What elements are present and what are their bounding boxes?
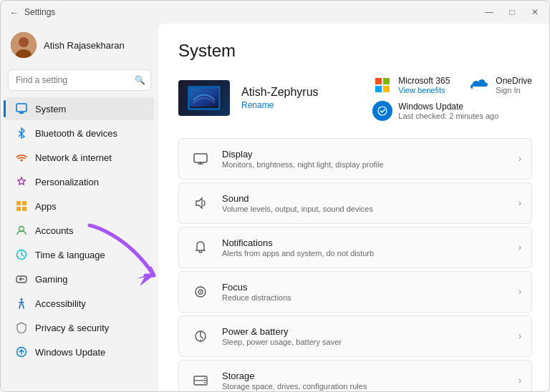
focus-icon bbox=[189, 280, 212, 303]
svg-rect-6 bbox=[16, 201, 21, 205]
title-bar: ← Settings — □ ✕ bbox=[1, 1, 549, 24]
search-icon: 🔍 bbox=[135, 75, 145, 85]
device-name: Atish-Zephyrus bbox=[241, 86, 319, 99]
system-icon bbox=[15, 102, 28, 115]
svg-rect-16 bbox=[186, 86, 222, 110]
svg-point-14 bbox=[21, 298, 23, 300]
device-info: Atish-Zephyrus Rename bbox=[178, 80, 319, 116]
windows-update-link[interactable]: Windows Update Last checked: 2 minutes a… bbox=[372, 101, 532, 121]
sidebar-item-privacy[interactable]: Privacy & security bbox=[5, 316, 154, 339]
onedrive-sub: Sign In bbox=[496, 86, 532, 94]
profile-name: Atish Rajasekharan bbox=[44, 40, 125, 51]
content-area: Atish Rajasekharan 🔍 System Bluetooth & … bbox=[1, 24, 549, 391]
sidebar-item-gaming[interactable]: Gaming bbox=[5, 268, 154, 290]
windows-update-text: Windows Update Last checked: 2 minutes a… bbox=[398, 102, 498, 120]
power-text: Power & battery Sleep, power usage, batt… bbox=[222, 326, 508, 346]
device-thumbnail bbox=[178, 80, 230, 116]
sidebar-item-personalization[interactable]: Personalization bbox=[5, 170, 154, 193]
sidebar-item-gaming-label: Gaming bbox=[35, 274, 68, 285]
storage-title: Storage bbox=[222, 371, 508, 381]
storage-text: Storage Storage space, drives, configura… bbox=[222, 371, 508, 391]
avatar bbox=[11, 32, 37, 58]
page-title: System bbox=[178, 41, 532, 61]
notifications-title: Notifications bbox=[222, 237, 508, 248]
title-bar-left: ← Settings bbox=[9, 7, 55, 18]
svg-rect-22 bbox=[383, 86, 390, 92]
svg-point-13 bbox=[23, 278, 24, 280]
settings-item-display[interactable]: Display Monitors, brightness, night ligh… bbox=[178, 138, 532, 180]
settings-item-storage[interactable]: Storage Storage space, drives, configura… bbox=[178, 360, 532, 391]
focus-chevron: › bbox=[518, 287, 521, 297]
privacy-icon bbox=[15, 321, 28, 334]
display-icon bbox=[189, 147, 212, 170]
settings-item-notifications[interactable]: Notifications Alerts from apps and syste… bbox=[178, 227, 532, 268]
sound-title: Sound bbox=[222, 193, 508, 204]
onedrive-text: OneDrive Sign In bbox=[496, 76, 532, 94]
rename-link[interactable]: Rename bbox=[241, 100, 319, 110]
search-input[interactable] bbox=[8, 69, 151, 91]
svg-point-27 bbox=[200, 291, 201, 293]
accounts-icon bbox=[15, 224, 28, 237]
svg-rect-19 bbox=[375, 78, 382, 84]
settings-list: Display Monitors, brightness, night ligh… bbox=[178, 138, 532, 391]
windows-update-title: Windows Update bbox=[398, 102, 498, 112]
title-bar-controls: — □ ✕ bbox=[483, 7, 541, 17]
back-icon[interactable]: ← bbox=[9, 7, 19, 18]
sidebar-item-accounts[interactable]: Accounts bbox=[5, 219, 154, 242]
onedrive-icon bbox=[470, 75, 490, 95]
sidebar-item-network-label: Network & internet bbox=[35, 152, 112, 163]
svg-rect-21 bbox=[375, 86, 382, 92]
power-desc: Sleep, power usage, battery saver bbox=[222, 338, 508, 346]
settings-item-sound[interactable]: Sound Volume levels, output, input, soun… bbox=[178, 182, 532, 224]
ms365-onedrive-row: Microsoft 365 View benefits OneDrive bbox=[372, 75, 532, 95]
svg-point-30 bbox=[204, 378, 206, 379]
sidebar-item-system-label: System bbox=[35, 104, 66, 114]
gaming-icon bbox=[15, 273, 28, 285]
windows-update-icon bbox=[372, 101, 392, 121]
power-icon bbox=[189, 325, 212, 348]
main-content: System bbox=[158, 24, 549, 391]
onedrive-link[interactable]: OneDrive Sign In bbox=[470, 75, 532, 95]
sound-icon bbox=[189, 192, 212, 215]
sidebar-item-accounts-label: Accounts bbox=[35, 225, 73, 236]
svg-point-1 bbox=[19, 37, 29, 47]
ms365-title: Microsoft 365 bbox=[398, 76, 450, 86]
svg-rect-24 bbox=[194, 154, 207, 162]
svg-point-5 bbox=[21, 160, 23, 162]
storage-desc: Storage space, drives, configuration rul… bbox=[222, 382, 508, 391]
sound-desc: Volume levels, output, input, sound devi… bbox=[222, 205, 508, 213]
onedrive-title: OneDrive bbox=[496, 76, 532, 86]
sidebar-item-apps[interactable]: Apps bbox=[5, 195, 154, 217]
sidebar-item-system[interactable]: System bbox=[5, 97, 154, 120]
apps-icon bbox=[15, 200, 28, 212]
network-icon bbox=[15, 151, 28, 164]
ms365-link[interactable]: Microsoft 365 View benefits bbox=[372, 75, 450, 95]
profile-section[interactable]: Atish Rajasekharan bbox=[1, 24, 158, 67]
close-button[interactable]: ✕ bbox=[529, 7, 541, 17]
sidebar-item-accessibility[interactable]: Accessibility bbox=[5, 292, 154, 315]
svg-rect-20 bbox=[383, 78, 390, 84]
sidebar-item-bluetooth-label: Bluetooth & devices bbox=[35, 128, 117, 139]
sidebar-item-windows-update[interactable]: Windows Update bbox=[5, 340, 154, 363]
minimize-button[interactable]: — bbox=[483, 7, 495, 17]
device-card: Atish-Zephyrus Rename M bbox=[178, 75, 532, 121]
notifications-desc: Alerts from apps and system, do not dist… bbox=[222, 249, 508, 258]
notifications-icon bbox=[189, 236, 212, 259]
svg-rect-17 bbox=[190, 88, 218, 107]
sidebar-item-privacy-label: Privacy & security bbox=[35, 323, 109, 333]
svg-rect-8 bbox=[16, 207, 21, 211]
maximize-button[interactable]: □ bbox=[506, 7, 518, 17]
sidebar-item-apps-label: Apps bbox=[35, 201, 57, 212]
svg-point-31 bbox=[204, 382, 206, 383]
sidebar-item-network[interactable]: Network & internet bbox=[5, 146, 154, 169]
sidebar-item-bluetooth[interactable]: Bluetooth & devices bbox=[5, 122, 154, 144]
svg-rect-4 bbox=[19, 112, 24, 114]
time-icon bbox=[15, 248, 28, 261]
accessibility-icon bbox=[15, 297, 28, 310]
sidebar-item-time[interactable]: Time & language bbox=[5, 243, 154, 266]
svg-rect-9 bbox=[22, 207, 26, 211]
settings-item-focus[interactable]: Focus Reduce distractions › bbox=[178, 271, 532, 313]
storage-icon bbox=[189, 369, 212, 391]
settings-item-power[interactable]: Power & battery Sleep, power usage, batt… bbox=[178, 315, 532, 357]
power-title: Power & battery bbox=[222, 326, 508, 337]
